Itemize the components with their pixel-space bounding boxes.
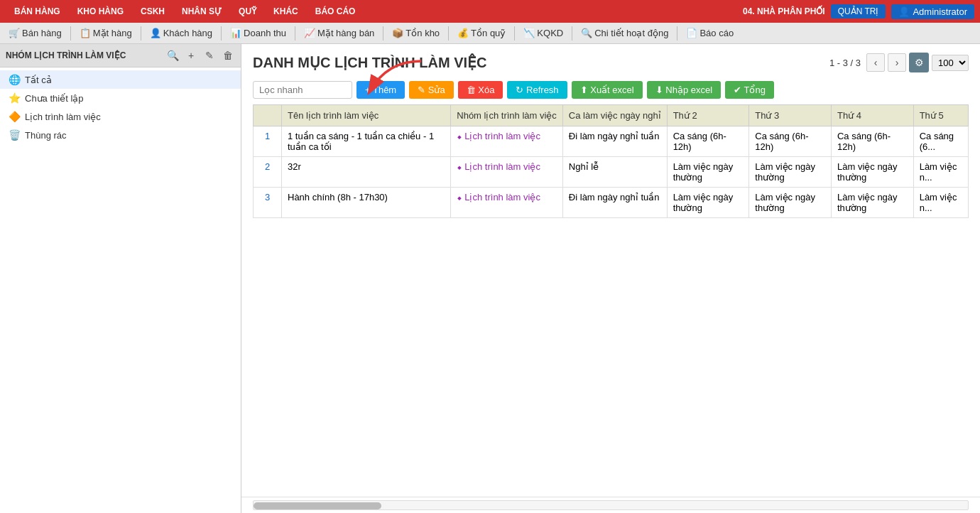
quan-tri-button[interactable]: QUẢN TRỊ xyxy=(831,4,886,18)
row2-num[interactable]: 2 xyxy=(254,157,282,188)
sidebar-item-thung-rac-label: Thùng rác xyxy=(25,130,67,141)
tong-button[interactable]: ✔ Tổng xyxy=(725,81,774,99)
sidebar-item-thung-rac[interactable]: 🗑️ Thùng rác xyxy=(0,126,241,144)
next-page-button[interactable]: › xyxy=(888,53,906,72)
sidebar-item-chua-thiet-lap[interactable]: ⭐ Chưa thiết lập xyxy=(0,89,241,107)
add-icon[interactable]: + xyxy=(184,48,198,63)
row2-thu5: Làm việc n... xyxy=(913,157,968,188)
row3-num[interactable]: 3 xyxy=(254,188,282,218)
col-ten: Tên lịch trình làm việc xyxy=(282,105,451,126)
toolbar-mat-hang-label: Mặt hàng xyxy=(93,28,132,38)
toolbar-mat-hang[interactable]: 📋 Mặt hàng xyxy=(74,26,138,40)
page-title: DANH MỤC LỊCH TRÌNH LÀM VIỆC xyxy=(253,54,487,71)
sep-3 xyxy=(221,26,222,40)
nav-ban-hang[interactable]: BÁN HÀNG xyxy=(6,0,69,23)
company-label: 04. NHÀ PHÂN PHỐI xyxy=(743,6,825,16)
row3-thu5: Làm việc n... xyxy=(913,188,968,218)
row1-ten: 1 tuần ca sáng - 1 tuần ca chiều - 1 tuầ… xyxy=(282,126,451,157)
nav-nhan-su[interactable]: NHÂN SỰ xyxy=(173,0,230,23)
page-size-select[interactable]: 100 xyxy=(932,55,969,71)
delete-icon[interactable]: 🗑 xyxy=(221,48,235,63)
them-button[interactable]: + Thêm xyxy=(356,81,405,99)
toolbar-kqkd-label: KQKD xyxy=(537,28,563,38)
xuat-excel-button[interactable]: ⬆ Xuất excel xyxy=(572,81,643,99)
row2-nhom: Lịch trình làm việc xyxy=(451,157,563,188)
toolbar-ton-quy[interactable]: 💰 Tồn quỹ xyxy=(452,26,511,40)
top-nav-left: BÁN HÀNG KHO HÀNG CSKH NHÂN SỰ QUỸ KHÁC … xyxy=(6,0,743,23)
xoa-button[interactable]: 🗑 Xóa xyxy=(458,81,503,99)
sep-9 xyxy=(677,26,677,40)
top-navigation: BÁN HÀNG KHO HÀNG CSKH NHÂN SỰ QUỸ KHÁC … xyxy=(0,0,980,23)
refresh-button[interactable]: ↻ Refresh xyxy=(507,81,567,99)
toolbar-mat-hang-ban-label: Mặt hàng bán xyxy=(317,28,374,38)
row1-nghi: Đi làm ngày nghỉ tuần xyxy=(562,126,667,157)
nav-cskh[interactable]: CSKH xyxy=(132,0,173,23)
edit-icon[interactable]: ✎ xyxy=(202,48,217,63)
page-info: 1 - 3 / 3 xyxy=(829,58,861,68)
toolbar-chi-tiet[interactable]: 🔍 Chi tiết hoạt động xyxy=(575,26,674,40)
row3-ten: Hành chính (8h - 17h30) xyxy=(282,188,451,218)
toolbar-ban-hang[interactable]: 🛒 Bán hàng xyxy=(3,26,67,40)
table-container: Tên lịch trình làm việc Nhóm lịch trình … xyxy=(241,104,980,497)
sidebar-items: 🌐 Tất cả ⭐ Chưa thiết lập 🔶 Lịch trình l… xyxy=(0,68,241,147)
col-num xyxy=(254,105,282,126)
nav-khac[interactable]: KHÁC xyxy=(265,0,307,23)
search-icon[interactable]: 🔍 xyxy=(165,48,180,63)
row3-thu2: Làm việc ngày thường xyxy=(667,188,749,218)
main-layout: NHÓM LỊCH TRÌNH LÀM VIỆC 🔍 + ✎ 🗑 🌐 Tất c… xyxy=(0,44,980,513)
user-icon: 👤 xyxy=(898,6,910,17)
secondary-toolbar: 🛒 Bán hàng 📋 Mặt hàng 👤 Khách hàng 📊 Doa… xyxy=(0,23,980,44)
row1-thu3: Ca sáng (6h-12h) xyxy=(749,126,832,157)
row3-thu3: Làm việc ngày thường xyxy=(749,188,832,218)
toolbar-mat-hang-ban[interactable]: 📈 Mặt hàng bán xyxy=(298,26,380,40)
nav-quy[interactable]: QUỸ xyxy=(230,0,265,23)
table-row: 3 Hành chính (8h - 17h30) Lịch trình làm… xyxy=(254,188,969,218)
toolbar-bao-cao[interactable]: 📄 Báo cáo xyxy=(680,26,739,40)
nhap-excel-button[interactable]: ⬇ Nhập excel xyxy=(647,81,721,99)
toolbar-kqkd[interactable]: 📉 KQKD xyxy=(518,26,569,40)
row1-num[interactable]: 1 xyxy=(254,126,282,157)
sidebar-title: NHÓM LỊCH TRÌNH LÀM VIỆC xyxy=(6,50,126,60)
khach-hang-icon: 👤 xyxy=(150,28,161,38)
bottom-area xyxy=(241,497,980,513)
row3-nghi: Đi làm ngày nghỉ tuần xyxy=(562,188,667,218)
mat-hang-ban-icon: 📈 xyxy=(304,28,315,38)
row2-nhom-link[interactable]: Lịch trình làm việc xyxy=(457,161,557,172)
user-button[interactable]: 👤 Administrator xyxy=(891,4,974,19)
col-thu3: Thứ 3 xyxy=(749,105,832,126)
row2-thu4: Làm việc ngày thường xyxy=(831,157,913,188)
toolbar-ton-quy-label: Tồn quỹ xyxy=(471,28,506,38)
sidebar-header: NHÓM LỊCH TRÌNH LÀM VIỆC 🔍 + ✎ 🗑 xyxy=(0,44,241,68)
chua-thiet-lap-icon: ⭐ xyxy=(9,92,21,104)
prev-page-button[interactable]: ‹ xyxy=(866,53,885,72)
row1-thu5: Ca sáng (6... xyxy=(913,126,968,157)
toolbar-doanh-thu[interactable]: 📊 Doanh thu xyxy=(224,26,292,40)
row3-nhom-link[interactable]: Lịch trình làm việc xyxy=(457,192,557,202)
sua-button[interactable]: ✎ Sửa xyxy=(409,81,454,99)
nav-kho-hang[interactable]: KHO HÀNG xyxy=(69,0,132,23)
col-thu5: Thứ 5 xyxy=(913,105,968,126)
row1-nhom-link[interactable]: Lịch trình làm việc xyxy=(457,131,557,141)
lich-trinh-icon: 🔶 xyxy=(9,111,21,122)
toolbar-ton-kho[interactable]: 📦 Tồn kho xyxy=(386,26,445,40)
settings-button[interactable]: ⚙ xyxy=(909,53,929,72)
sidebar-item-all-label: Tất cả xyxy=(25,75,52,85)
toolbar-bao-cao-label: Báo cáo xyxy=(699,28,734,38)
col-nghi: Ca làm việc ngày nghỉ xyxy=(562,105,667,126)
sidebar-header-icons: 🔍 + ✎ 🗑 xyxy=(165,48,235,63)
col-thu2: Thứ 2 xyxy=(667,105,749,126)
sidebar-item-lich-trinh[interactable]: 🔶 Lịch trình làm việc xyxy=(0,107,241,126)
sidebar-item-all[interactable]: 🌐 Tất cả xyxy=(0,70,241,89)
filter-input[interactable] xyxy=(253,81,352,99)
col-thu4: Thứ 4 xyxy=(831,105,913,126)
nav-bao-cao[interactable]: BÁO CÁO xyxy=(307,0,364,23)
all-icon: 🌐 xyxy=(9,74,21,85)
col-nhom: Nhóm lịch trình làm việc xyxy=(451,105,563,126)
row3-thu4: Làm việc ngày thường xyxy=(831,188,913,218)
toolbar-ban-hang-label: Bán hàng xyxy=(22,28,62,38)
toolbar-khach-hang[interactable]: 👤 Khách hàng xyxy=(144,26,218,40)
scrollbar-thumb xyxy=(254,502,381,509)
horizontal-scrollbar[interactable] xyxy=(253,500,969,510)
top-nav-right: 04. NHÀ PHÂN PHỐI QUẢN TRỊ 👤 Administrat… xyxy=(743,4,974,19)
ton-kho-icon: 📦 xyxy=(392,28,403,38)
